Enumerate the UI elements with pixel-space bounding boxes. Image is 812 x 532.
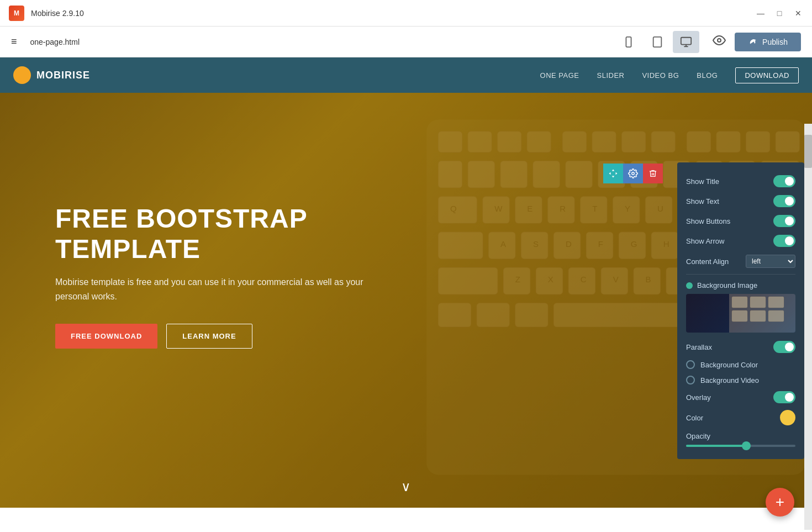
color-swatch[interactable] [780,410,795,425]
background-video-label: Background Video [700,376,759,384]
scroll-arrow[interactable]: ∨ [401,479,411,494]
svg-rect-95 [732,297,747,308]
filename-label: one-page.html [30,38,80,46]
parallax-label: Parallax [686,343,712,351]
nav-slider[interactable]: SLIDER [597,71,624,80]
show-arrow-track[interactable] [773,235,795,247]
background-color-radio[interactable] [686,360,695,369]
navigation-bar: MOBIRISE ONE PAGE SLIDER VIDEO BG BLOG D… [0,57,812,93]
show-text-thumb [785,197,794,206]
show-title-row: Show Title [686,171,795,191]
section-action-buttons [603,164,663,183]
settings-panel: Show Title Show Text Show Buttons [677,162,804,459]
add-section-button[interactable]: + [766,488,794,517]
preview-button[interactable] [713,34,726,50]
parallax-track[interactable] [773,341,795,353]
content-align-row: Content Align left center right [686,251,795,272]
show-text-row: Show Text [686,191,795,211]
svg-rect-97 [768,297,784,308]
logo-circle [13,66,31,84]
hero-subtitle: Mobirise template is free and you can us… [55,275,365,303]
background-image-thumbnail[interactable] [686,294,795,333]
svg-rect-100 [768,310,784,322]
svg-point-7 [718,39,721,42]
toolbar-right: Publish [713,33,801,51]
mobile-device-button[interactable] [615,31,642,53]
svg-point-93 [632,172,635,175]
close-button[interactable]: ✕ [793,8,803,18]
title-bar: M Mobirise 2.9.10 — □ ✕ [0,0,812,27]
nav-blog[interactable]: BLOG [697,71,718,80]
nav-links: ONE PAGE SLIDER VIDEO BG BLOG DOWNLOAD [540,67,799,83]
learn-more-button[interactable]: LEARN MORE [166,324,252,349]
hero-title: FREE BOOTSTRAP TEMPLATE [55,203,365,264]
background-video-row[interactable]: Background Video [686,372,795,388]
show-text-toggle[interactable] [773,195,795,207]
show-text-track[interactable] [773,195,795,207]
show-buttons-toggle[interactable] [773,215,795,227]
overlay-thumb [785,393,794,402]
section-settings-button[interactable] [623,164,643,183]
nav-one-page[interactable]: ONE PAGE [540,71,579,80]
hero-buttons: FREE DOWNLOAD LEARN MORE [55,324,365,349]
opacity-slider-track[interactable] [686,445,795,447]
background-image-label: Background Image [697,281,757,289]
desktop-device-button[interactable] [673,31,699,53]
background-image-section: Background Image [686,277,795,337]
svg-rect-99 [750,310,766,322]
background-color-row[interactable]: Background Color [686,357,795,372]
show-buttons-thumb [785,217,794,225]
section-delete-button[interactable] [643,164,663,183]
parallax-thumb [785,343,794,351]
nav-video-bg[interactable]: VIDEO BG [642,71,679,80]
svg-rect-0 [626,36,631,46]
show-title-track[interactable] [773,175,795,187]
opacity-row: Opacity [686,429,795,450]
parallax-row: Parallax [686,337,795,357]
svg-rect-96 [750,297,766,308]
hero-content: FREE BOOTSTRAP TEMPLATE Mobirise templat… [55,203,365,349]
content-align-label: Content Align [686,257,729,266]
section-move-button[interactable] [603,164,623,183]
overlay-track[interactable] [773,391,795,403]
show-title-thumb [785,177,794,186]
menu-icon[interactable]: ≡ [11,36,17,48]
show-buttons-row: Show Buttons [686,211,795,231]
tablet-device-button[interactable] [644,31,671,53]
show-arrow-toggle[interactable] [773,235,795,247]
device-switcher [615,31,699,53]
free-download-button[interactable]: FREE DOWNLOAD [55,324,157,349]
scrollbar[interactable] [804,124,812,530]
svg-rect-98 [732,310,747,322]
show-buttons-track[interactable] [773,215,795,227]
scrollbar-thumb[interactable] [804,135,812,168]
window-controls: — □ ✕ [756,8,803,18]
color-label: Color [686,414,703,422]
content-align-select[interactable]: left center right [746,255,795,268]
overlay-row: Overlay [686,388,795,407]
show-arrow-thumb [785,236,794,245]
publish-button[interactable]: Publish [735,33,801,51]
svg-rect-4 [681,37,691,44]
background-image-header: Background Image [686,281,795,289]
minimize-button[interactable]: — [756,8,766,18]
color-row: Color [686,407,795,429]
bg-image-indicator [686,282,693,289]
svg-rect-2 [653,36,662,46]
overlay-toggle[interactable] [773,391,795,403]
divider-1 [686,274,795,275]
maximize-button[interactable]: □ [774,8,784,18]
show-text-label: Show Text [686,197,719,206]
show-arrow-row: Show Arrow [686,231,795,251]
opacity-slider-thumb[interactable] [742,441,751,450]
show-buttons-label: Show Buttons [686,217,730,225]
opacity-slider-fill [686,445,746,447]
background-video-radio[interactable] [686,376,695,384]
app-title: Mobirise 2.9.10 [31,9,84,18]
parallax-toggle[interactable] [773,341,795,353]
show-title-label: Show Title [686,177,719,186]
show-title-toggle[interactable] [773,175,795,187]
nav-download[interactable]: DOWNLOAD [735,67,799,83]
background-color-label: Background Color [700,361,758,369]
opacity-label: Opacity [686,432,795,440]
